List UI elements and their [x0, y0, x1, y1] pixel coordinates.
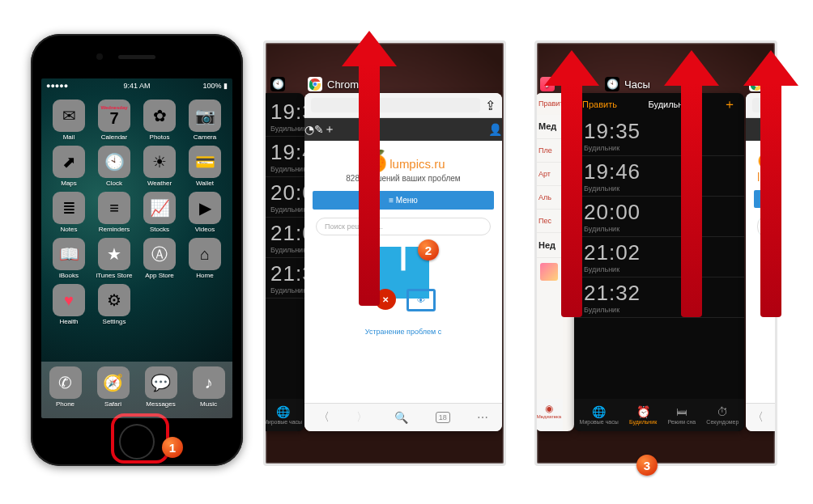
music-categories: МедПлеАртАльПесНед [535, 114, 563, 399]
music-item[interactable]: Арт [535, 163, 563, 186]
music-item[interactable]: Аль [535, 186, 563, 210]
clock-tab-0[interactable]: 🌐Мировые часы [580, 405, 619, 425]
app-reminders[interactable]: ≡Reminders [93, 192, 135, 233]
lumpics-tagline: 8285 решений ваших проблем [316, 174, 491, 183]
gauge-icon[interactable]: ◔ [304, 123, 314, 136]
app-calendar[interactable]: Wednesday7Calendar [93, 100, 135, 141]
phone-screen: ●●●●● 9:41 AM 100% ▮ ✉MailWednesday7Cale… [41, 78, 232, 418]
plus-icon[interactable]: ＋ [324, 122, 335, 137]
music-tabbar-sliver: ◉ Медиатека [535, 399, 563, 431]
alarm-row[interactable]: 21:32Будильник [263, 258, 304, 299]
app-videos[interactable]: ▶Videos [184, 192, 226, 233]
clock-header: 🕙 Часы [605, 77, 650, 91]
search-icon[interactable]: 🔍 [394, 411, 408, 424]
clock-title: Будильник [649, 100, 692, 109]
music-card[interactable]: Править МедПлеАртАльПесНед ◉ Медиатека [535, 93, 574, 431]
alarm-row[interactable]: 19:46Будильник [574, 156, 744, 197]
app-stocks[interactable]: 📈Stocks [138, 192, 181, 233]
chrome-card[interactable]: ⇪ ◔ ✎ ＋ 👤 🍊 lumpics.ru 8285 решений ваши… [304, 93, 502, 431]
chrome-secondary-toolbar: ◔ ✎ ＋ 👤 [304, 118, 502, 141]
account-icon[interactable]: 👤 [488, 123, 502, 136]
app-wallet[interactable]: 💳Wallet [184, 146, 226, 187]
clock-tabbar-sliver: 🌐Мировые часы [263, 399, 304, 431]
more-icon[interactable]: ⋯ [477, 411, 488, 424]
app-maps[interactable]: ⬈Maps [48, 146, 90, 187]
back-icon[interactable]: 〈 [318, 410, 330, 425]
alarm-row[interactable]: 19:35Будильник [263, 96, 304, 137]
app-music[interactable]: ♪Music [193, 366, 225, 408]
clock-edit[interactable]: Править [582, 100, 617, 109]
app-switcher-panel-3: Править МедПлеАртАльПесНед ◉ Медиатека ♪… [534, 40, 777, 466]
clock-card[interactable]: Править Будильник ＋ 19:35Будильник19:46Б… [574, 93, 744, 431]
music-album-art[interactable] [540, 263, 558, 281]
app-safari[interactable]: 🧭Safari [97, 366, 130, 408]
music-item[interactable]: Пле [535, 139, 563, 163]
clock-card-behind[interactable]: 19:35Будильник19:46Будильник20:00Будильн… [263, 93, 304, 431]
lumpics-search-sliver: Пои реш [757, 214, 777, 239]
app-mail[interactable]: ✉Mail [48, 100, 90, 141]
status-bar: ●●●●● 9:41 AM 100% ▮ [41, 78, 232, 93]
music-icon: ♪ [540, 77, 555, 91]
alarm-row[interactable]: 20:00Будильник [574, 197, 744, 237]
lumpics-menu-button[interactable]: ≡ Меню [313, 191, 494, 210]
alarm-row[interactable]: 21:02Будильник [263, 218, 304, 258]
clock-tabbar: 🌐Мировые часы⏰Будильник🛏Режим сна⏱Секунд… [574, 399, 744, 431]
iphone-device: ●●●●● 9:41 AM 100% ▮ ✉MailWednesday7Cale… [31, 34, 243, 466]
clock-tab-3[interactable]: ⏱Секундомер [706, 405, 739, 425]
lumpics-search[interactable]: Поиск решения... [316, 218, 491, 235]
share-icon[interactable]: ⇪ [485, 98, 496, 113]
chrome-bottom-bar: 〈 〉 🔍 18 ⋯ [304, 403, 502, 431]
music-item[interactable]: Пес [535, 210, 563, 233]
app-home[interactable]: ⌂Home [184, 238, 226, 279]
app-itunes-store[interactable]: ★iTunes Store [93, 238, 135, 279]
clock-app-title: Часы [624, 78, 650, 91]
tab-world: Мировые часы [263, 419, 302, 425]
home-grid: ✉MailWednesday7Calendar✿Photos📷Camera⬈Ma… [41, 96, 232, 325]
music-header: Мед [535, 114, 563, 139]
app-photos[interactable]: ✿Photos [138, 100, 181, 141]
app-camera[interactable]: 📷Camera [184, 100, 226, 141]
music-header-sliver: ♪ [540, 77, 555, 91]
chrome-topbar-sliver [746, 93, 777, 118]
chrome-card-sliver[interactable]: ◔ 🍊 lu Пои реш 〈〉 [746, 93, 777, 431]
tabs-count[interactable]: 18 [436, 412, 450, 423]
chrome-topbar: ⇪ [304, 93, 502, 118]
app-notes[interactable]: ≣Notes [48, 192, 90, 233]
alarm-row[interactable]: 20:00Будильник [263, 177, 304, 218]
phone-speaker [118, 55, 155, 59]
step-callout-1: 1 [162, 437, 183, 458]
lumpics-brand-sliver: lu [757, 170, 767, 184]
alarm-row[interactable]: 19:35Будильник [574, 116, 744, 156]
app-app-store[interactable]: ⒶApp Store [138, 238, 181, 279]
app-messages[interactable]: 💬Messages [145, 366, 177, 408]
app-settings[interactable]: ⚙Settings [93, 284, 135, 325]
lumpics-logo-sliver: 🍊 [757, 149, 777, 169]
music-edit[interactable]: Править [538, 100, 567, 108]
app-ibooks[interactable]: 📖iBooks [48, 238, 90, 279]
home-button[interactable] [119, 424, 155, 460]
chrome-icon [308, 77, 322, 91]
clock-tab-2[interactable]: 🛏Режим сна [667, 405, 696, 425]
chrome-url-slot[interactable] [311, 98, 480, 112]
clock-tab-1[interactable]: ⏰Будильник [629, 405, 657, 425]
app-weather[interactable]: ☀Weather [138, 146, 181, 187]
music-tab-library: Медиатека [535, 414, 563, 419]
monitor-eye-icon: 👁 [406, 289, 436, 311]
lumpics-brand: lumpics.ru [389, 157, 445, 171]
brush-icon[interactable]: ✎ [314, 123, 324, 136]
alarm-row[interactable]: 21:02Будильник [574, 237, 744, 277]
chrome-header: Chrome [308, 77, 364, 91]
app-phone[interactable]: ✆Phone [49, 366, 82, 408]
lumpics-article-link[interactable]: Устранение проблем с [316, 328, 491, 336]
app-clock[interactable]: 🕙Clock [93, 146, 135, 187]
clock-add[interactable]: ＋ [723, 96, 736, 113]
alarm-row[interactable]: 19:46Будильник [263, 137, 304, 177]
alarm-row[interactable]: 21:32Будильник [574, 277, 744, 318]
app-switcher-panel-2: 19:35Будильник19:46Будильник20:00Будильн… [263, 40, 506, 466]
clock-header-sliver: 🕙 [270, 77, 285, 91]
error-badge-icon: ✕ [375, 289, 396, 310]
step-callout-2: 2 [418, 239, 439, 260]
app-health[interactable]: ♥Health [48, 284, 90, 325]
forward-icon[interactable]: 〉 [356, 410, 368, 425]
chrome-header-sliver [749, 77, 764, 91]
